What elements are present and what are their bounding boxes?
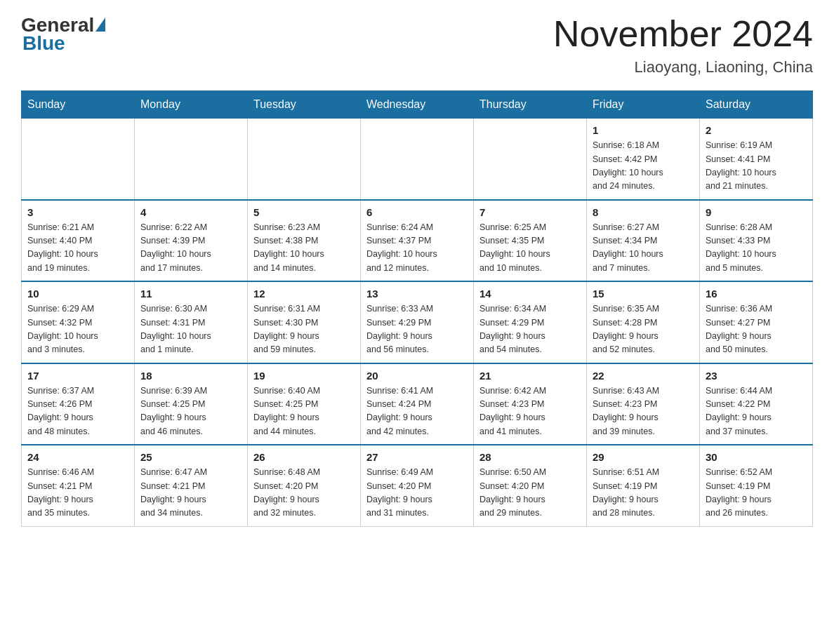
calendar-week-row: 3Sunrise: 6:21 AMSunset: 4:40 PMDaylight… (22, 200, 813, 282)
day-info: Sunrise: 6:39 AMSunset: 4:25 PMDaylight:… (140, 384, 241, 439)
calendar-cell: 23Sunrise: 6:44 AMSunset: 4:22 PMDayligh… (700, 363, 813, 445)
day-info: Sunrise: 6:19 AMSunset: 4:41 PMDaylight:… (706, 139, 807, 194)
calendar-cell: 7Sunrise: 6:25 AMSunset: 4:35 PMDaylight… (474, 200, 587, 282)
day-info: Sunrise: 6:47 AMSunset: 4:21 PMDaylight:… (140, 466, 241, 521)
calendar-cell: 17Sunrise: 6:37 AMSunset: 4:26 PMDayligh… (22, 363, 135, 445)
day-number: 5 (253, 206, 355, 218)
day-number: 30 (706, 451, 807, 463)
day-info: Sunrise: 6:51 AMSunset: 4:19 PMDaylight:… (593, 466, 694, 521)
calendar-cell: 13Sunrise: 6:33 AMSunset: 4:29 PMDayligh… (361, 281, 474, 363)
day-info: Sunrise: 6:36 AMSunset: 4:27 PMDaylight:… (706, 302, 807, 357)
calendar-cell: 5Sunrise: 6:23 AMSunset: 4:38 PMDaylight… (248, 200, 361, 282)
calendar-cell: 18Sunrise: 6:39 AMSunset: 4:25 PMDayligh… (135, 363, 248, 445)
calendar-cell: 16Sunrise: 6:36 AMSunset: 4:27 PMDayligh… (700, 281, 813, 363)
calendar-cell (474, 119, 587, 200)
day-number: 2 (706, 124, 807, 136)
calendar-cell (361, 119, 474, 200)
weekday-header-row: SundayMondayTuesdayWednesdayThursdayFrid… (22, 91, 813, 119)
logo-triangle-icon (95, 18, 105, 32)
day-number: 21 (479, 370, 581, 382)
day-number: 15 (593, 288, 694, 300)
calendar-cell: 1Sunrise: 6:18 AMSunset: 4:42 PMDaylight… (587, 119, 700, 200)
day-number: 8 (593, 206, 694, 218)
calendar-cell: 20Sunrise: 6:41 AMSunset: 4:24 PMDayligh… (361, 363, 474, 445)
logo: General Blue (21, 14, 105, 55)
weekday-header-sunday: Sunday (22, 91, 135, 119)
calendar-cell: 15Sunrise: 6:35 AMSunset: 4:28 PMDayligh… (587, 281, 700, 363)
calendar-cell: 30Sunrise: 6:52 AMSunset: 4:19 PMDayligh… (700, 445, 813, 526)
calendar-cell: 11Sunrise: 6:30 AMSunset: 4:31 PMDayligh… (135, 281, 248, 363)
calendar-cell: 12Sunrise: 6:31 AMSunset: 4:30 PMDayligh… (248, 281, 361, 363)
calendar-cell: 9Sunrise: 6:28 AMSunset: 4:33 PMDaylight… (700, 200, 813, 282)
day-number: 23 (706, 370, 807, 382)
day-info: Sunrise: 6:44 AMSunset: 4:22 PMDaylight:… (706, 384, 807, 439)
day-info: Sunrise: 6:27 AMSunset: 4:34 PMDaylight:… (593, 221, 694, 276)
subtitle: Liaoyang, Liaoning, China (553, 58, 813, 76)
day-number: 9 (706, 206, 807, 218)
day-info: Sunrise: 6:24 AMSunset: 4:37 PMDaylight:… (366, 221, 468, 276)
day-number: 11 (140, 288, 241, 300)
calendar-cell: 26Sunrise: 6:48 AMSunset: 4:20 PMDayligh… (248, 445, 361, 526)
calendar-cell: 27Sunrise: 6:49 AMSunset: 4:20 PMDayligh… (361, 445, 474, 526)
calendar-cell (22, 119, 135, 200)
day-number: 18 (140, 370, 241, 382)
calendar-cell: 4Sunrise: 6:22 AMSunset: 4:39 PMDaylight… (135, 200, 248, 282)
calendar-cell: 29Sunrise: 6:51 AMSunset: 4:19 PMDayligh… (587, 445, 700, 526)
day-number: 19 (253, 370, 355, 382)
day-info: Sunrise: 6:22 AMSunset: 4:39 PMDaylight:… (140, 221, 241, 276)
day-info: Sunrise: 6:43 AMSunset: 4:23 PMDaylight:… (593, 384, 694, 439)
page-header: General Blue November 2024 Liaoyang, Lia… (21, 14, 813, 76)
day-info: Sunrise: 6:31 AMSunset: 4:30 PMDaylight:… (253, 302, 355, 357)
calendar-cell: 21Sunrise: 6:42 AMSunset: 4:23 PMDayligh… (474, 363, 587, 445)
calendar-cell: 3Sunrise: 6:21 AMSunset: 4:40 PMDaylight… (22, 200, 135, 282)
day-number: 20 (366, 370, 468, 382)
day-info: Sunrise: 6:52 AMSunset: 4:19 PMDaylight:… (706, 466, 807, 521)
title-block: November 2024 Liaoyang, Liaoning, China (553, 14, 813, 76)
calendar-cell: 6Sunrise: 6:24 AMSunset: 4:37 PMDaylight… (361, 200, 474, 282)
day-info: Sunrise: 6:21 AMSunset: 4:40 PMDaylight:… (27, 221, 128, 276)
calendar-cell (135, 119, 248, 200)
calendar-week-row: 24Sunrise: 6:46 AMSunset: 4:21 PMDayligh… (22, 445, 813, 526)
day-info: Sunrise: 6:40 AMSunset: 4:25 PMDaylight:… (253, 384, 355, 439)
day-number: 28 (479, 451, 581, 463)
day-info: Sunrise: 6:49 AMSunset: 4:20 PMDaylight:… (366, 466, 468, 521)
day-number: 3 (27, 206, 128, 218)
day-number: 14 (479, 288, 581, 300)
day-info: Sunrise: 6:37 AMSunset: 4:26 PMDaylight:… (27, 384, 128, 439)
day-number: 22 (593, 370, 694, 382)
day-number: 17 (27, 370, 128, 382)
calendar-table: SundayMondayTuesdayWednesdayThursdayFrid… (21, 90, 813, 527)
weekday-header-thursday: Thursday (474, 91, 587, 119)
day-number: 16 (706, 288, 807, 300)
day-number: 10 (27, 288, 128, 300)
day-info: Sunrise: 6:34 AMSunset: 4:29 PMDaylight:… (479, 302, 581, 357)
day-number: 12 (253, 288, 355, 300)
weekday-header-tuesday: Tuesday (248, 91, 361, 119)
day-number: 1 (593, 124, 694, 136)
calendar-week-row: 17Sunrise: 6:37 AMSunset: 4:26 PMDayligh… (22, 363, 813, 445)
calendar-cell (248, 119, 361, 200)
calendar-week-row: 1Sunrise: 6:18 AMSunset: 4:42 PMDaylight… (22, 119, 813, 200)
day-number: 13 (366, 288, 468, 300)
day-info: Sunrise: 6:35 AMSunset: 4:28 PMDaylight:… (593, 302, 694, 357)
day-info: Sunrise: 6:23 AMSunset: 4:38 PMDaylight:… (253, 221, 355, 276)
calendar-cell: 14Sunrise: 6:34 AMSunset: 4:29 PMDayligh… (474, 281, 587, 363)
weekday-header-saturday: Saturday (700, 91, 813, 119)
calendar-cell: 25Sunrise: 6:47 AMSunset: 4:21 PMDayligh… (135, 445, 248, 526)
calendar-cell: 24Sunrise: 6:46 AMSunset: 4:21 PMDayligh… (22, 445, 135, 526)
logo-blue-text: Blue (22, 32, 65, 55)
calendar-week-row: 10Sunrise: 6:29 AMSunset: 4:32 PMDayligh… (22, 281, 813, 363)
day-info: Sunrise: 6:18 AMSunset: 4:42 PMDaylight:… (593, 139, 694, 194)
weekday-header-wednesday: Wednesday (361, 91, 474, 119)
day-info: Sunrise: 6:42 AMSunset: 4:23 PMDaylight:… (479, 384, 581, 439)
calendar-cell: 10Sunrise: 6:29 AMSunset: 4:32 PMDayligh… (22, 281, 135, 363)
main-title: November 2024 (553, 14, 813, 54)
day-info: Sunrise: 6:46 AMSunset: 4:21 PMDaylight:… (27, 466, 128, 521)
day-number: 24 (27, 451, 128, 463)
weekday-header-friday: Friday (587, 91, 700, 119)
calendar-cell: 2Sunrise: 6:19 AMSunset: 4:41 PMDaylight… (700, 119, 813, 200)
calendar-cell: 19Sunrise: 6:40 AMSunset: 4:25 PMDayligh… (248, 363, 361, 445)
weekday-header-monday: Monday (135, 91, 248, 119)
calendar-cell: 22Sunrise: 6:43 AMSunset: 4:23 PMDayligh… (587, 363, 700, 445)
day-number: 7 (479, 206, 581, 218)
